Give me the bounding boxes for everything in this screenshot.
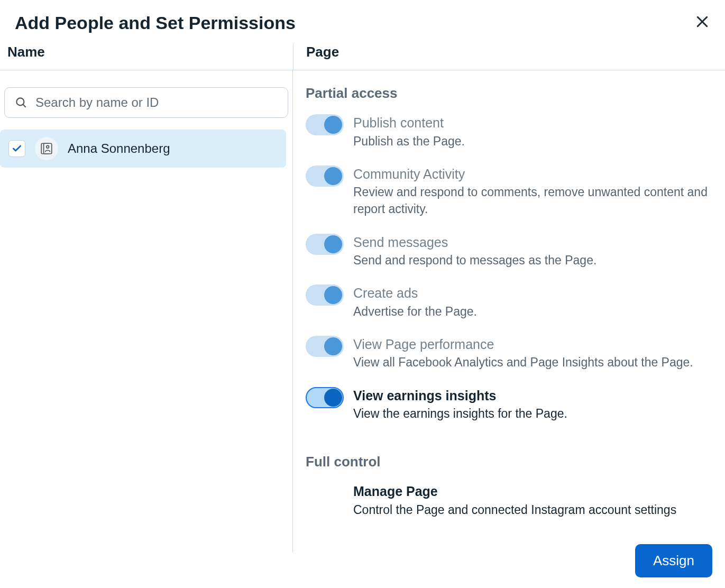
search-icon	[14, 96, 28, 109]
search-input[interactable]	[35, 95, 278, 110]
dialog-footer: Assign	[622, 534, 725, 588]
assign-button[interactable]: Assign	[635, 544, 712, 577]
toggle-view-earnings-insights[interactable]	[306, 387, 344, 408]
svg-line-3	[23, 104, 25, 107]
permission-row: View earnings insights View the earnings…	[306, 387, 715, 422]
person-checkbox[interactable]	[8, 140, 25, 157]
permissions-panel: Partial access Publish content Publish a…	[293, 70, 725, 553]
permission-row: View Page performance View all Facebook …	[306, 336, 715, 371]
permission-description: View the earnings insights for the Page.	[353, 405, 715, 422]
column-headers: Name Page	[0, 44, 725, 70]
permission-row: Publish content Publish as the Page.	[306, 114, 715, 150]
dialog-body: Anna Sonnenberg Partial access Publish c…	[0, 70, 725, 553]
permission-row: Manage Page Control the Page and connect…	[306, 483, 715, 518]
person-name: Anna Sonnenberg	[68, 141, 170, 156]
permission-title: Community Activity	[353, 166, 715, 183]
search-box[interactable]	[4, 87, 288, 118]
person-avatar-icon	[35, 137, 58, 160]
permission-row: Community Activity Review and respond to…	[306, 166, 715, 218]
close-icon[interactable]	[694, 14, 710, 32]
permission-description: Control the Page and connected Instagram…	[353, 501, 715, 518]
permission-title: Publish content	[353, 114, 715, 132]
permission-title: View earnings insights	[353, 387, 715, 405]
permission-title: Send messages	[353, 234, 715, 251]
permission-description: Review and respond to comments, remove u…	[353, 183, 715, 217]
toggle-publish-content[interactable]	[306, 114, 344, 135]
toggle-send-messages[interactable]	[306, 234, 344, 255]
name-column-header: Name	[0, 44, 293, 70]
permission-row: Create ads Advertise for the Page.	[306, 284, 715, 320]
permission-title: View Page performance	[353, 336, 715, 353]
toggle-view-page-performance[interactable]	[306, 336, 344, 357]
section-title-partial: Partial access	[306, 85, 715, 102]
section-title-full: Full control	[306, 454, 715, 470]
people-panel: Anna Sonnenberg	[0, 70, 293, 553]
page-column-header: Page	[293, 44, 725, 70]
permission-row: Send messages Send and respond to messag…	[306, 234, 715, 269]
svg-point-2	[16, 98, 24, 105]
permission-title: Manage Page	[353, 483, 715, 500]
permission-description: View all Facebook Analytics and Page Ins…	[353, 354, 715, 371]
permission-title: Create ads	[353, 284, 715, 302]
person-row[interactable]: Anna Sonnenberg	[0, 130, 286, 168]
toggle-community-activity[interactable]	[306, 166, 344, 187]
permission-description: Send and respond to messages as the Page…	[353, 252, 715, 269]
dialog-title: Add People and Set Permissions	[15, 13, 296, 33]
permission-description: Advertise for the Page.	[353, 303, 715, 320]
permission-description: Publish as the Page.	[353, 133, 715, 150]
dialog-header: Add People and Set Permissions	[0, 0, 725, 44]
toggle-create-ads[interactable]	[306, 284, 344, 306]
